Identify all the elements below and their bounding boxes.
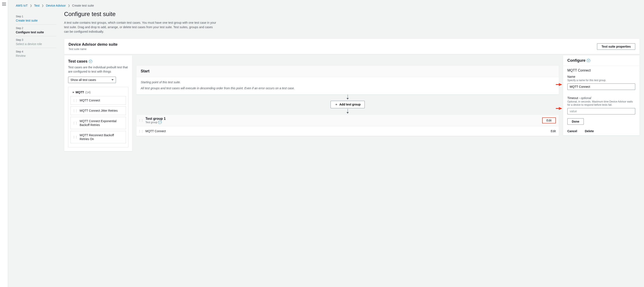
wizard-step-3: Step 3 Select a device role [16,36,56,48]
timeout-field-label: Timeout - optional [567,96,635,100]
drag-handle-icon[interactable]: ⋮⋮ [72,136,78,139]
test-case-item[interactable]: ⋮⋮ MQTT Reconnect Backoff Retries On [70,131,126,143]
page-title: Configure test suite [64,11,640,18]
name-field-label: Name [567,75,635,78]
test-case-filter-select[interactable]: Show all test cases [68,77,116,83]
suite-name: Device Advisor demo suite [68,42,118,47]
test-group-sublabel: Test group [146,121,157,124]
breadcrumb-link[interactable]: Test [34,4,40,7]
arrow-down-icon [346,112,349,114]
info-icon[interactable]: i [89,60,92,63]
annotation-arrow-icon [559,83,562,86]
add-test-group-label: Add test group [339,103,361,106]
step-number: Step 2 [16,27,56,30]
flow-connector [136,109,559,114]
step-number: Step 1 [16,15,56,18]
done-button[interactable]: Done [567,118,584,125]
flow-column: Start Starting point of this test suite.… [136,55,559,136]
start-line2: All test groups and test cases will exec… [141,86,554,90]
chevron-right-icon: ❯ [30,4,32,7]
step-title: Create test suite [16,19,56,22]
step-number: Step 4 [16,50,56,53]
side-nav-toggle[interactable] [0,0,8,287]
tree-group-name: MQTT [76,90,84,94]
test-group-row: ⋮⋮ MQTT Connect Edit [136,126,559,136]
delete-link[interactable]: Delete [585,130,594,133]
start-heading: Start [136,66,559,77]
drag-handle-icon[interactable]: ⋮⋮ [72,121,78,125]
tree-group-mqtt[interactable]: ▼ MQTT (14) [70,89,126,96]
cancel-link[interactable]: Cancel [567,130,577,133]
drag-handle-icon[interactable]: ⋮⋮ [138,119,143,122]
start-line1: Starting point of this test suite. [141,80,554,84]
info-icon[interactable]: i [587,59,590,62]
timeout-label-text: Timeout - [567,96,581,100]
suite-name-sublabel: Test suite name [68,48,118,50]
test-case-item[interactable]: ⋮⋮ MQTT Connect [70,96,126,105]
test-group-panel: ⋮⋮ Test group 1 Test group i [136,114,559,136]
breadcrumb-link[interactable]: Device Advisor [46,4,66,7]
configure-subtitle: MQTT Connect [563,66,640,72]
suite-header-panel: Device Advisor demo suite Test suite nam… [64,39,640,54]
hamburger-icon [2,2,6,6]
test-group-title: Test group 1 [146,117,166,121]
name-field-help: Specify a name for this test group. [567,79,635,82]
start-panel: Start Starting point of this test suite.… [136,65,559,94]
drag-handle-icon[interactable]: ⋮⋮ [72,99,78,102]
chevron-right-icon: ❯ [42,4,44,7]
step-title: Select a device role [16,42,56,46]
drag-handle-icon[interactable]: ⋮⋮ [138,130,143,133]
test-case-label: MQTT Connect Exponential Backoff Retries [80,119,124,127]
chevron-right-icon: ❯ [68,4,70,7]
optional-text: optional [581,96,591,100]
test-cases-title-text: Test cases [68,59,88,64]
configure-heading: Configure [567,58,586,63]
page-description: A test suite contains test groups, which… [64,20,218,34]
test-cases-panel: Test cases i Test cases are the individu… [64,55,132,152]
name-input[interactable] [567,84,635,90]
breadcrumb-current: Create test suite [72,4,94,7]
test-cases-description: Test cases are the individual prebuilt t… [68,65,128,74]
plus-icon: ＋ [334,102,338,107]
annotation-arrow-icon [559,107,562,110]
breadcrumb: AWS IoT ❯ Test ❯ Device Advisor ❯ Create… [8,0,644,11]
drag-handle-icon[interactable]: ⋮⋮ [72,109,78,112]
caret-down-icon: ▼ [72,91,74,94]
edit-test-group-button[interactable]: Edit [542,118,556,124]
step-number: Step 3 [16,38,56,42]
timeout-field-help: Optional, in seconds. Maximum time Devic… [567,100,635,107]
wizard-nav: Step 1 Create test suite Step 2 Configur… [8,11,64,152]
arrow-down-icon [346,98,349,100]
test-case-label: MQTT Connect [80,98,100,102]
tree-group-count: (14) [86,90,91,94]
test-cases-heading: Test cases i [68,59,128,64]
test-case-tree: ▼ MQTT (14) ⋮⋮ MQTT Connect ⋮⋮ [68,87,128,147]
flow-connector [136,94,559,100]
wizard-step-1[interactable]: Step 1 Create test suite [16,13,56,24]
test-case-item[interactable]: ⋮⋮ MQTT Connect Exponential Backoff Retr… [70,117,126,129]
timeout-input[interactable] [567,108,635,114]
step-title: Review [16,54,56,58]
test-case-label: MQTT Connect Jitter Retries [80,109,118,112]
step-title: Configure test suite [16,30,56,34]
info-icon[interactable]: i [158,121,162,124]
test-suite-properties-button[interactable]: Test suite properties [597,43,635,50]
configure-panel: Configure i MQTT Connect Name Specify a … [563,55,640,136]
test-case-item[interactable]: ⋮⋮ MQTT Connect Jitter Retries [70,106,126,115]
wizard-step-2: Step 2 Configure test suite [16,24,56,36]
edit-test-case-link[interactable]: Edit [551,130,556,133]
breadcrumb-link[interactable]: AWS IoT [16,4,28,7]
test-case-label: MQTT Reconnect Backoff Retries On [80,133,124,141]
add-test-group-button[interactable]: ＋ Add test group [330,101,365,108]
test-group-row-label: MQTT Connect [146,130,166,133]
wizard-step-4: Step 4 Review [16,48,56,60]
